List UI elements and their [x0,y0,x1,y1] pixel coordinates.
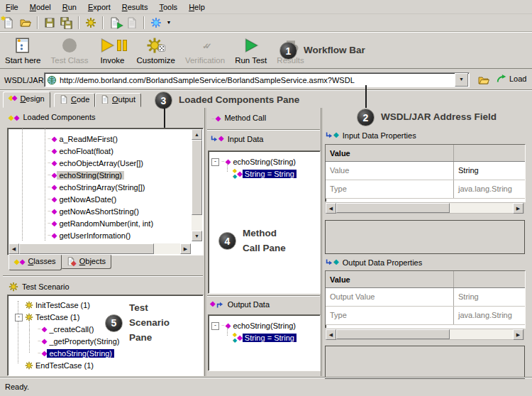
tree-item[interactable]: ~◆_createCall() [8,323,201,335]
tree-item[interactable]: ~◆getNowAsDate() [8,193,191,205]
scrollbar-thumb[interactable] [192,140,202,215]
table-row: Output ValueString [326,288,525,307]
menu-model[interactable]: Model [24,1,57,13]
tab-output[interactable]: Output [95,93,141,107]
tree-item[interactable]: ~◆echoFloat(float) [8,145,191,157]
workflow-results-button: Results [272,35,309,65]
tree-item[interactable]: ~◆a_ReadMeFirst() [8,133,191,145]
verification-checks-icon: ✓✓ [202,41,207,51]
new-button[interactable]: ✱ [0,15,17,31]
tree-item-selected[interactable]: ~◆echoString(String) [8,347,201,359]
testcase-gears-icon [25,361,33,370]
scroll-down-button[interactable]: ▼ [192,231,202,241]
workflow-start-here-button[interactable]: Start here [0,35,46,65]
workflow-invoke-button[interactable]: Invoke [94,35,132,65]
wsdl-dropdown-button[interactable]: ▼ [455,73,468,87]
input-arrow-icon [210,135,218,143]
run-tool-button[interactable] [148,15,165,31]
menu-run[interactable]: Run [57,1,82,13]
horizontal-scrollbar[interactable]: ◀ ▶ [325,329,524,340]
props-arrow-icon [325,131,333,140]
property-value[interactable]: java.lang.String [454,307,525,324]
tab-classes[interactable]: ◆◆ Classes [9,255,62,270]
table-row: ValueString [326,162,525,180]
results-binoculars-icon [282,37,299,54]
input-data-header: ◆ Input Data [210,135,263,143]
tab-objects[interactable]: ◆ Objects [61,255,111,269]
tree-item-selected[interactable]: ◆◆◆String = String [209,167,318,180]
tree-item[interactable]: ~◆echoStringArray(String[]) [8,181,191,193]
results-report-button[interactable] [123,15,140,31]
horizontal-scrollbar[interactable]: ◀ ▶ [325,202,524,214]
scrollbar-thumb[interactable] [19,243,154,254]
workflow-run-test-button[interactable]: Run Test [230,35,272,65]
testcase-gears-icon [25,301,33,309]
tree-guide [227,163,228,172]
menu-help[interactable]: Help [183,1,211,13]
save-all-button[interactable] [58,15,75,31]
invoke-pause-icon [123,40,127,51]
annotation-2-badge: 2 [357,109,375,126]
property-value[interactable]: String [454,162,525,180]
menu-tools[interactable]: Tools [153,1,183,13]
tree-item[interactable]: ~◆getRandomNumber(int, int) [8,217,191,229]
props-diamond-icon: ◆ [333,258,339,267]
output-arrow-icon [216,300,224,309]
workflow-customize-button[interactable]: Customize [132,35,180,65]
tree-item[interactable]: InitTestCase (1) [8,299,201,311]
props-diamond-icon: ◆ [333,131,339,140]
app-window: File Model Run Export Results Tools Help… [0,0,532,396]
tree-item[interactable]: ~◆getNowAsShortString() [8,205,191,217]
menu-export[interactable]: Export [82,1,116,13]
components-icon-2: ◆ [14,114,20,121]
save-icon [44,17,55,28]
wsdl-url-text[interactable]: http://demo.borland.com/BorlandSampleSer… [60,76,455,84]
report-document-icon [126,17,138,28]
browse-wsdl-button[interactable] [475,72,492,88]
method-icon: ◆ [52,232,57,239]
export-run-button[interactable] [106,15,123,31]
scroll-up-button[interactable]: ▲ [192,129,202,140]
output-data-properties-header: ◆ Output Data Properties [325,258,422,267]
scroll-left-button[interactable]: ◀ [9,243,19,254]
pane-splitter[interactable] [204,108,206,376]
property-value[interactable]: String [454,288,525,306]
scroll-right-button[interactable]: ▶ [513,329,523,340]
tab-code[interactable]: Code [54,93,95,107]
tree-item[interactable]: ~◆echoObjectArray(User[]) [8,157,191,169]
run-tool-dropdown[interactable]: ▼ [165,15,173,31]
toolbar-separator [102,16,104,29]
vertical-scrollbar[interactable]: ▲ ▼ [192,129,202,241]
scroll-left-button[interactable]: ◀ [326,203,336,214]
menu-file[interactable]: File [0,1,24,13]
menu-results[interactable]: Results [116,1,154,13]
tree-item[interactable]: ~◆getUserInformation() [8,229,191,241]
save-button[interactable] [41,15,58,31]
tree-item[interactable]: -~◆echoString(String) [209,155,318,167]
wsdl-address-combobox[interactable]: http://demo.borland.com/BorlandSampleSer… [44,72,470,87]
scrollbar-thumb[interactable] [336,203,450,213]
tree-item[interactable]: -~◆echoString(String) [209,319,318,331]
open-button[interactable] [17,15,34,31]
output-properties-detail-box [325,346,525,379]
pane-splitter[interactable] [321,108,323,376]
collapse-expander[interactable]: - [211,158,219,166]
tree-item-selected[interactable]: ~◆echoString(String) [8,169,191,181]
annotation-wsdl-address-field: 2 WSDL/JAR Address Field [357,109,497,126]
scroll-right-button[interactable]: ▶ [180,243,191,254]
collapse-expander[interactable]: - [15,314,23,321]
scroll-left-button[interactable]: ◀ [326,329,336,340]
horizontal-scrollbar[interactable]: ◀ ▶ [9,243,191,254]
collapse-expander[interactable]: - [211,322,219,330]
tree-item-selected[interactable]: ◆◆◆String = String [209,331,318,343]
tab-design[interactable]: ◆◆ Design [3,92,50,108]
scrollbar-thumb[interactable] [336,329,450,339]
tree-item[interactable]: ~◆_getProperty(String) [8,335,201,347]
tree-item[interactable]: EndTestCase (1) [8,359,201,371]
tool-icon [150,17,162,28]
load-button[interactable]: Load [497,74,526,84]
property-value[interactable]: java.lang.String [454,180,525,198]
scroll-right-button[interactable]: ▶ [513,203,523,214]
tree-item[interactable]: -TestCase (1) [8,311,201,323]
settings-button[interactable] [82,15,99,31]
